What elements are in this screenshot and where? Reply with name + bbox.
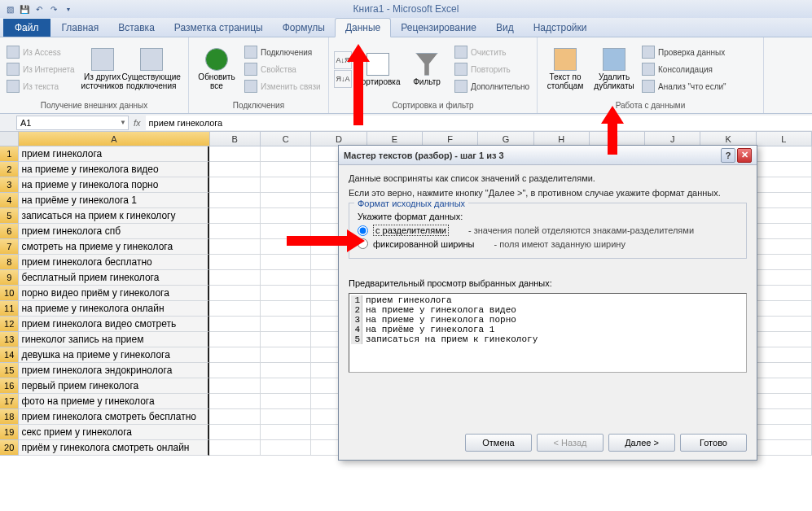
tab-view[interactable]: Вид <box>486 19 524 37</box>
cell[interactable] <box>757 270 812 286</box>
from-access-button[interactable]: Из Access <box>5 44 77 60</box>
cell[interactable]: прием гинеколога бесплатно <box>19 255 209 270</box>
cell[interactable] <box>757 286 812 301</box>
cell[interactable]: первый прием гинеколога <box>19 378 209 394</box>
row-header[interactable]: 5 <box>0 208 19 224</box>
clear-filter-button[interactable]: Очистить <box>453 44 531 60</box>
help-button[interactable]: ? <box>721 148 735 163</box>
connections-button[interactable]: Подключения <box>243 44 323 60</box>
formula-input[interactable] <box>146 116 812 130</box>
sort-descending-button[interactable]: Я↓А <box>334 70 352 88</box>
cell[interactable] <box>757 409 812 425</box>
fx-icon[interactable]: fx <box>134 118 141 128</box>
cell[interactable]: на приёме у гинеколога 1 <box>19 193 209 208</box>
sort-ascending-button[interactable]: А↓Я <box>334 51 352 69</box>
cell[interactable] <box>757 208 812 224</box>
back-button[interactable]: < Назад <box>537 434 604 452</box>
redo-icon[interactable]: ↷ <box>47 2 60 15</box>
cell[interactable]: девушка на приеме у гинеколога <box>19 347 209 363</box>
radio-delimited-label[interactable]: с разделителями <box>373 225 449 236</box>
row-header[interactable]: 20 <box>0 440 19 456</box>
cell[interactable] <box>261 317 311 332</box>
cell[interactable] <box>261 409 311 425</box>
cell[interactable]: гинеколог запись на прием <box>19 332 209 347</box>
row-header[interactable]: 16 <box>0 378 19 394</box>
preview-box[interactable]: 1прием гинеколога2на приеме у гинеколога… <box>349 293 747 373</box>
column-header[interactable]: F <box>423 132 478 146</box>
cell[interactable]: прием гинеколога эндокринолога <box>19 363 209 378</box>
column-header-c[interactable]: C <box>261 132 311 146</box>
consolidate-button[interactable]: Консолидация <box>640 61 728 77</box>
chevron-down-icon[interactable]: ▼ <box>120 119 126 126</box>
remove-duplicates-button[interactable]: Удалить дубликаты <box>591 42 637 96</box>
select-all-corner[interactable] <box>0 132 19 146</box>
tab-formulas[interactable]: Формулы <box>273 19 335 37</box>
cell[interactable] <box>757 146 812 162</box>
cell[interactable] <box>209 363 260 378</box>
cell[interactable] <box>757 224 812 239</box>
cell[interactable] <box>757 177 812 193</box>
cell[interactable] <box>261 425 311 440</box>
cell[interactable] <box>757 255 812 270</box>
row-header[interactable]: 18 <box>0 409 19 425</box>
tab-page-layout[interactable]: Разметка страницы <box>165 19 273 37</box>
column-header[interactable]: D <box>311 132 366 146</box>
filter-button[interactable]: Фильтр <box>404 42 450 96</box>
cell[interactable]: на приеме у гинеколога видео <box>19 162 209 177</box>
column-header[interactable]: I <box>590 132 645 146</box>
what-if-button[interactable]: Анализ "что если" <box>640 78 728 94</box>
cell[interactable]: прием гинеколога <box>19 146 209 162</box>
row-header[interactable]: 12 <box>0 317 19 332</box>
cell[interactable] <box>261 255 311 270</box>
data-validation-button[interactable]: Проверка данных <box>640 44 728 60</box>
row-header[interactable]: 3 <box>0 177 19 193</box>
row-header[interactable]: 14 <box>0 347 19 363</box>
cell[interactable] <box>209 177 260 193</box>
cell[interactable] <box>261 378 311 394</box>
cell[interactable] <box>757 425 812 440</box>
cell[interactable] <box>757 317 812 332</box>
cell[interactable] <box>209 255 260 270</box>
cell[interactable] <box>757 301 812 317</box>
cell[interactable] <box>757 347 812 363</box>
column-header-b[interactable]: B <box>210 132 261 146</box>
cell[interactable] <box>261 301 311 317</box>
cell[interactable] <box>209 440 260 456</box>
cell[interactable]: бесплатный прием гинеколога <box>19 270 209 286</box>
cell[interactable] <box>261 239 311 255</box>
cell[interactable] <box>757 363 812 378</box>
reapply-button[interactable]: Повторить <box>453 61 531 77</box>
cell[interactable]: фото на приеме у гинеколога <box>19 394 209 409</box>
existing-connections-button[interactable]: Существующие подключения <box>129 42 174 96</box>
edit-links-button[interactable]: Изменить связи <box>243 78 323 94</box>
cell[interactable]: прием гинеколога видео смотреть <box>19 317 209 332</box>
cell[interactable] <box>757 162 812 177</box>
row-header[interactable]: 6 <box>0 224 19 239</box>
row-header[interactable]: 4 <box>0 193 19 208</box>
cell[interactable] <box>209 378 260 394</box>
tab-home[interactable]: Главная <box>52 19 109 37</box>
row-header[interactable]: 10 <box>0 286 19 301</box>
next-button[interactable]: Далее > <box>608 434 675 452</box>
cell[interactable] <box>757 394 812 409</box>
cell[interactable] <box>261 440 311 456</box>
column-header[interactable]: H <box>534 132 590 146</box>
row-header[interactable]: 15 <box>0 363 19 378</box>
radio-fixed-width-label[interactable]: фиксированной ширины <box>373 239 475 249</box>
cell[interactable] <box>757 239 812 255</box>
tab-data[interactable]: Данные <box>335 18 391 37</box>
cell[interactable] <box>209 224 260 239</box>
column-header[interactable]: K <box>700 132 756 146</box>
cell[interactable] <box>209 146 260 162</box>
row-header[interactable]: 11 <box>0 301 19 317</box>
cell[interactable] <box>261 146 311 162</box>
sort-button[interactable]: Сортировка <box>355 42 401 96</box>
close-button[interactable]: ✕ <box>737 148 752 163</box>
cell[interactable]: смотреть на приеме у гинеколога <box>19 239 209 255</box>
tab-file[interactable]: Файл <box>3 19 50 37</box>
cell[interactable] <box>209 208 260 224</box>
cell[interactable] <box>209 394 260 409</box>
finish-button[interactable]: Готово <box>680 434 747 452</box>
cell[interactable] <box>757 193 812 208</box>
column-header-a[interactable]: A <box>19 132 209 146</box>
